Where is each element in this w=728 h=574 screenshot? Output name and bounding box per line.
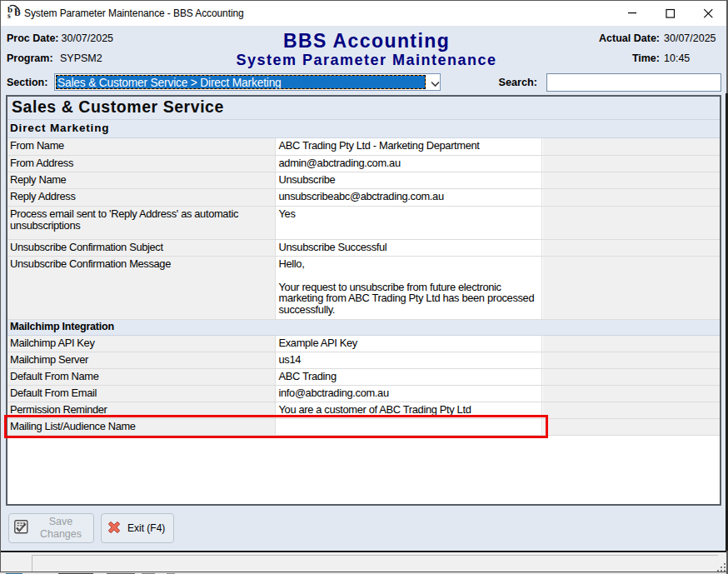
svg-text:s: s xyxy=(7,12,11,20)
